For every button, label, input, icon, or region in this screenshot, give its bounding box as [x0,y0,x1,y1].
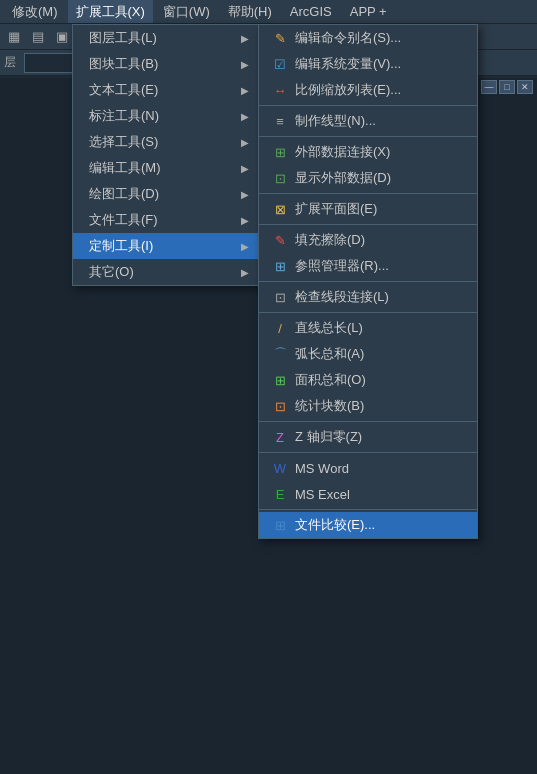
submenu-edit-sysvar[interactable]: ☑ 编辑系统变量(V)... [259,51,477,77]
arrow-icon: ▶ [241,111,249,122]
scale-list-icon: ↔ [271,81,289,99]
menu-item-modify[interactable]: 修改(M) [4,0,66,23]
sub-sep-9 [259,509,477,510]
expand-plan-icon: ⊠ [271,200,289,218]
menu-layer-tools[interactable]: 图层工具(L) ▶ [73,25,261,51]
arrow-icon: ▶ [241,241,249,252]
menu-other[interactable]: 其它(O) ▶ [73,259,261,285]
extend-tools-menu: 图层工具(L) ▶ 图块工具(B) ▶ 文本工具(E) ▶ 标注工具(N) ▶ … [72,24,262,286]
file-compare-icon: ⊞ [271,516,289,534]
tool-icon-2[interactable]: ▤ [28,27,48,47]
count-blocks-icon: ⊡ [271,397,289,415]
sub-sep-8 [259,452,477,453]
window-controls: — □ ✕ [481,80,533,94]
menu-draw-tools[interactable]: 绘图工具(D) ▶ [73,181,261,207]
submenu-check-segment[interactable]: ⊡ 检查线段连接(L) [259,284,477,310]
menu-text-tools[interactable]: 文本工具(E) ▶ [73,77,261,103]
show-ext-data-icon: ⊡ [271,169,289,187]
sub-sep-1 [259,105,477,106]
submenu-edit-alias[interactable]: ✎ 编辑命令别名(S)... [259,25,477,51]
sub-sep-7 [259,421,477,422]
custom-tools-submenu: ✎ 编辑命令别名(S)... ☑ 编辑系统变量(V)... ↔ 比例缩放列表(E… [258,24,478,539]
fill-erase-icon: ✎ [271,231,289,249]
sub-sep-3 [259,193,477,194]
sub-sep-5 [259,281,477,282]
arrow-icon: ▶ [241,163,249,174]
tool-icon-3[interactable]: ▣ [52,27,72,47]
check-segment-icon: ⊡ [271,288,289,306]
menu-item-extend-tools[interactable]: 扩展工具(X) [68,0,153,23]
line-total-icon: / [271,319,289,337]
arrow-icon: ▶ [241,85,249,96]
sub-sep-4 [259,224,477,225]
submenu-expand-plan[interactable]: ⊠ 扩展平面图(E) [259,196,477,222]
edit-alias-icon: ✎ [271,29,289,47]
area-total-icon: ⊞ [271,371,289,389]
arrow-icon: ▶ [241,137,249,148]
submenu-make-linetype[interactable]: ≡ 制作线型(N)... [259,108,477,134]
arc-total-icon: ⌒ [271,345,289,363]
submenu-count-blocks[interactable]: ⊡ 统计块数(B) [259,393,477,419]
submenu-arc-total[interactable]: ⌒ 弧长总和(A) [259,341,477,367]
menu-annotation-tools[interactable]: 标注工具(N) ▶ [73,103,261,129]
submenu-line-total[interactable]: / 直线总长(L) [259,315,477,341]
submenu-area-total[interactable]: ⊞ 面积总和(O) [259,367,477,393]
menu-item-window[interactable]: 窗口(W) [155,0,218,23]
ext-db-connect-icon: ⊞ [271,143,289,161]
menu-select-tools[interactable]: 选择工具(S) ▶ [73,129,261,155]
arrow-icon: ▶ [241,267,249,278]
make-linetype-icon: ≡ [271,112,289,130]
menu-edit-tools[interactable]: 编辑工具(M) ▶ [73,155,261,181]
z-zero-icon: Z [271,428,289,446]
edit-sysvar-icon: ☑ [271,55,289,73]
menu-file-tools[interactable]: 文件工具(F) ▶ [73,207,261,233]
arrow-icon: ▶ [241,33,249,44]
submenu-file-compare[interactable]: ⊞ 文件比较(E)... [259,512,477,538]
ref-manager-icon: ⊞ [271,257,289,275]
submenu-fill-erase[interactable]: ✎ 填充擦除(D) [259,227,477,253]
menu-item-app-plus[interactable]: APP + [342,0,395,23]
submenu-scale-list[interactable]: ↔ 比例缩放列表(E)... [259,77,477,103]
layer-label: 层 [4,54,16,71]
arrow-icon: ▶ [241,189,249,200]
ms-excel-icon: E [271,485,289,503]
submenu-ref-manager[interactable]: ⊞ 参照管理器(R)... [259,253,477,279]
submenu-show-ext-data[interactable]: ⊡ 显示外部数据(D) [259,165,477,191]
submenu-ms-word[interactable]: W MS Word [259,455,477,481]
menu-item-help[interactable]: 帮助(H) [220,0,280,23]
menu-item-arcgis[interactable]: ArcGIS [282,0,340,23]
restore-button[interactable]: □ [499,80,515,94]
submenu-z-zero[interactable]: Z Z 轴归零(Z) [259,424,477,450]
arrow-icon: ▶ [241,215,249,226]
close-button[interactable]: ✕ [517,80,533,94]
tool-icon-1[interactable]: ▦ [4,27,24,47]
minimize-button[interactable]: — [481,80,497,94]
submenu-ms-excel[interactable]: E MS Excel [259,481,477,507]
submenu-ext-db-connect[interactable]: ⊞ 外部数据连接(X) [259,139,477,165]
sub-sep-6 [259,312,477,313]
sub-sep-2 [259,136,477,137]
menu-custom-tools[interactable]: 定制工具(I) ▶ [73,233,261,259]
menubar: 修改(M) 扩展工具(X) 窗口(W) 帮助(H) ArcGIS APP + [0,0,537,24]
menu-block-tools[interactable]: 图块工具(B) ▶ [73,51,261,77]
ms-word-icon: W [271,459,289,477]
arrow-icon: ▶ [241,59,249,70]
